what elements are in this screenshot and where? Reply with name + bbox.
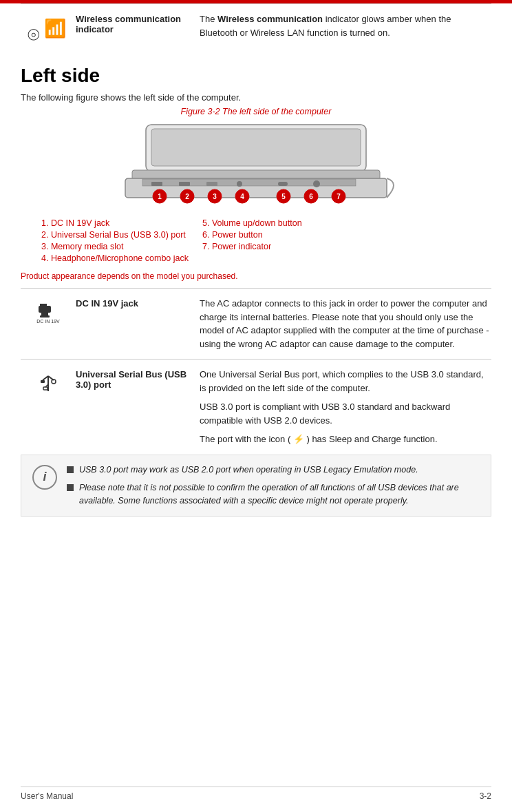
svg-text:6: 6 — [309, 193, 313, 200]
laptop-svg: 1 2 3 4 5 6 7 — [105, 122, 407, 211]
usb-svg-icon — [36, 371, 61, 395]
part-2: 2. Universal Serial Bus (USB 3.0) port — [41, 230, 189, 240]
svg-text:📶: 📶 — [44, 17, 67, 39]
svg-text:7: 7 — [337, 193, 341, 200]
page-footer: User's Manual 3-2 — [21, 787, 491, 801]
svg-text:5: 5 — [281, 193, 286, 200]
svg-rect-29 — [39, 306, 51, 313]
parts-list: 1. DC IN 19V jack 2. Universal Serial Bu… — [41, 218, 491, 263]
info-text-2: Please note that it is not possible to c… — [79, 481, 480, 508]
usb-icon-cell — [21, 368, 76, 399]
section-intro: The following figure shows the left side… — [21, 92, 491, 103]
info-list: USB 3.0 port may work as USB 2.0 port wh… — [67, 464, 480, 508]
usb-section: Universal Serial Bus (USB 3.0) port One … — [21, 359, 491, 455]
info-list-item-2: Please note that it is not possible to c… — [67, 481, 480, 508]
svg-rect-39 — [43, 387, 47, 390]
svg-point-25 — [313, 180, 320, 187]
figure-caption: Figure 3-2 The left side of the computer — [21, 107, 491, 116]
svg-text:DC IN 19V: DC IN 19V — [36, 319, 60, 324]
info-content: USB 3.0 port may work as USB 2.0 port wh… — [67, 464, 480, 508]
footer-left: User's Manual — [21, 791, 73, 801]
svg-point-23 — [237, 181, 242, 187]
svg-rect-31 — [40, 315, 50, 317]
info-icon: i — [32, 465, 57, 490]
svg-text:4: 4 — [240, 193, 244, 200]
info-list-item-1: USB 3.0 port may work as USB 2.0 port wh… — [67, 464, 480, 477]
usb-row: Universal Serial Bus (USB 3.0) port One … — [21, 360, 491, 455]
usb-description: One Universal Serial Bus port, which com… — [200, 368, 491, 446]
footer-right: 3-2 — [480, 791, 491, 801]
svg-text:1: 1 — [158, 193, 162, 200]
svg-rect-24 — [278, 182, 288, 186]
svg-rect-5 — [142, 179, 356, 186]
usb-icon — [36, 371, 61, 399]
svg-rect-21 — [179, 182, 190, 186]
part-5: 5. Volume up/down button — [202, 218, 302, 228]
usb-label: Universal Serial Bus (USB 3.0) port — [76, 368, 200, 390]
wireless-icon: ⦾ 📶 — [28, 15, 69, 44]
wireless-row: ⦾ 📶 Wireless communication indicator The… — [21, 4, 491, 52]
part-4: 4. Headphone/Microphone combo jack — [41, 253, 189, 263]
dc-in-svg-icon: DC IN 19V — [34, 300, 62, 324]
svg-point-26 — [337, 182, 341, 186]
parts-col-left: 1. DC IN 19V jack 2. Universal Serial Bu… — [41, 218, 189, 263]
svg-line-34 — [43, 376, 48, 380]
part-3: 3. Memory media slot — [41, 242, 189, 251]
dc-in-description: The AC adaptor connects to this jack in … — [200, 297, 491, 351]
svg-text:3: 3 — [213, 193, 217, 200]
svg-rect-22 — [206, 182, 217, 186]
wireless-icon-cell: ⦾ 📶 — [21, 12, 76, 44]
wireless-description: The Wireless communication indicator glo… — [200, 12, 491, 39]
wireless-bold: Wireless communication — [217, 14, 323, 24]
dc-in-icon-cell: DC IN 19V — [21, 297, 76, 324]
wireless-svg-icon: 📶 — [44, 15, 69, 40]
dc-in-section: DC IN 19V DC IN 19V jack The AC adaptor … — [21, 288, 491, 359]
info-text-1: USB 3.0 port may work as USB 2.0 port wh… — [79, 464, 418, 477]
bullet-1 — [67, 466, 74, 473]
dc-in-row: DC IN 19V DC IN 19V jack The AC adaptor … — [21, 289, 491, 359]
part-1: 1. DC IN 19V jack — [41, 218, 189, 228]
left-side-heading: Left side — [21, 65, 491, 87]
usb-desc-2: USB 3.0 port is compliant with USB 3.0 s… — [200, 400, 491, 427]
usb-desc-1: One Universal Serial Bus port, which com… — [200, 368, 491, 395]
svg-rect-36 — [41, 380, 45, 383]
svg-rect-28 — [43, 304, 47, 306]
wireless-table-section: ⦾ 📶 Wireless communication indicator The… — [21, 3, 491, 52]
part-7: 7. Power indicator — [202, 242, 302, 251]
bullet-2 — [67, 484, 74, 491]
parts-col-right: 5. Volume up/down button 6. Power button… — [202, 218, 302, 263]
info-box: i USB 3.0 port may work as USB 2.0 port … — [21, 455, 491, 517]
dc-in-label: DC IN 19V jack — [76, 297, 200, 309]
part-6: 6. Power button — [202, 230, 302, 240]
laptop-diagram: 1 2 3 4 5 6 7 — [21, 122, 491, 211]
svg-rect-20 — [151, 182, 162, 186]
svg-rect-2 — [151, 129, 361, 166]
svg-text:2: 2 — [185, 193, 189, 200]
svg-rect-30 — [41, 313, 48, 315]
product-note: Product appearance depends on the model … — [21, 271, 491, 281]
wireless-label: Wireless communication indicator — [76, 12, 200, 34]
usb-desc-3: The port with the icon ( ⚡ ) has Sleep a… — [200, 433, 491, 446]
dc-in-icon: DC IN 19V — [34, 300, 62, 324]
